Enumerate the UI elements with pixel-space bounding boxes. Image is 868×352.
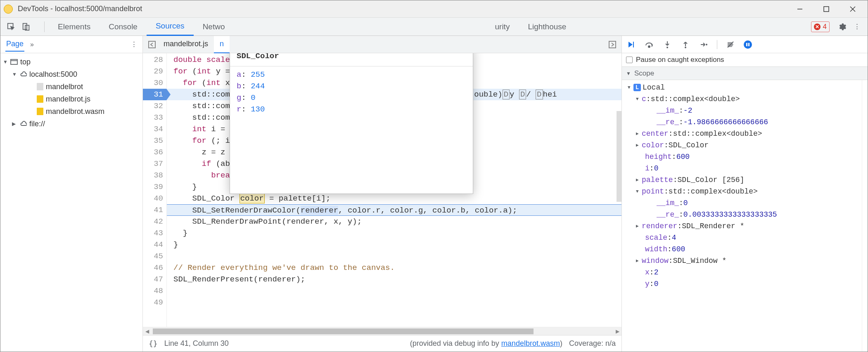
var-value: 2 (654, 267, 659, 278)
value-tooltip: SDL_Color a: 255 b: 244 g: 0 r: 130 (230, 53, 473, 194)
file-tab-active[interactable]: n (214, 36, 230, 53)
code-text: } (173, 240, 178, 249)
code-text: y (510, 90, 519, 99)
inspect-element-icon[interactable] (5, 21, 17, 33)
tree-file-mandelbrot-wasm[interactable]: mandelbrot.wasm (0, 105, 142, 118)
hover-variable[interactable]: color (240, 194, 265, 203)
scope-var-i[interactable]: i: 0 (625, 163, 868, 174)
code-text: = palette[i]; (265, 194, 331, 203)
debug-info-link[interactable]: mandelbrot.wasm (501, 339, 560, 347)
step-icon[interactable] (699, 40, 709, 50)
tab-lighthouse[interactable]: Lighthouse (519, 18, 575, 36)
settings-gear-icon[interactable] (836, 21, 848, 33)
divider (717, 40, 717, 49)
info-prefix: (provided via debug info by (410, 339, 501, 347)
title-bar: DevTools - localhost:5000/mandelbrot (0, 0, 868, 18)
editor-panel: mandelbrot.js n 282930313233343536373839… (143, 36, 622, 352)
scope-var-center[interactable]: ▶center: std::complex<double> (625, 128, 868, 139)
tree-file-scheme[interactable]: ▶file:// (0, 118, 142, 130)
scope-vertical-scrollbar[interactable] (862, 80, 868, 352)
code-text: ) (498, 90, 502, 99)
scope-var-scale[interactable]: scale: 4 (625, 232, 868, 243)
nav-collapse-icon[interactable] (146, 41, 158, 48)
tab-sources[interactable]: Sources (147, 18, 194, 36)
scope-var-palette[interactable]: ▶palette: SDL_Color [256] (625, 174, 868, 186)
minimize-button[interactable] (792, 3, 808, 15)
scope-var-renderer[interactable]: ▶renderer: SDL_Renderer * (625, 220, 868, 232)
tree-top[interactable]: ▼top (0, 56, 142, 68)
step-into-icon[interactable] (662, 40, 672, 50)
scope-label: Scope (634, 69, 654, 78)
resume-icon[interactable] (626, 40, 636, 50)
tree-file-mandelbrot-js[interactable]: mandelbrot.js (0, 93, 142, 105)
var-value: 0 (654, 278, 659, 290)
scope-var-point[interactable]: ▼point: std::complex<double> (625, 186, 868, 197)
code-text: SDL_RenderPresent(renderer); (173, 275, 305, 284)
close-button[interactable] (844, 3, 861, 15)
tree-file-mandelbrot[interactable]: mandelbrot (0, 80, 142, 93)
var-value: std::complex<double> (669, 186, 758, 197)
pause-on-exceptions-icon[interactable] (744, 40, 752, 49)
tooltip-title: SDL_Color (230, 53, 473, 66)
pause-caught-checkbox[interactable] (626, 57, 633, 63)
document-icon (37, 83, 43, 90)
editor-horizontal-scrollbar[interactable]: ◀ ▶ (143, 327, 621, 335)
tab-security[interactable]: urity (486, 18, 519, 36)
editor-vertical-scrollbar[interactable] (617, 111, 621, 202)
device-toolbar-icon[interactable] (20, 21, 32, 33)
tree-host[interactable]: ▼localhost:5000 (0, 68, 142, 80)
code-text: } (192, 182, 197, 191)
deactivate-breakpoints-icon[interactable] (726, 40, 735, 50)
code-text: SDL_SetRenderDrawColor( (192, 206, 301, 215)
braces-icon[interactable]: {} (149, 339, 158, 348)
debugger-toolbar (622, 36, 868, 53)
panel-tab-bar: Elements Console Sources Netwo urity Lig… (0, 18, 868, 36)
code-selection: renderer (301, 206, 338, 215)
code-text: ( (187, 67, 197, 76)
scope-var-x[interactable]: x: 2 (625, 267, 868, 278)
more-menu-icon[interactable]: ⋮ (851, 21, 863, 33)
scope-var-point-re[interactable]: __re_: 0.0033333333333333335 (625, 209, 868, 220)
tab-console[interactable]: Console (100, 18, 147, 36)
file-tab-mandelbrot-js[interactable]: mandelbrot.js (158, 36, 214, 53)
code-text: std::comp (192, 113, 235, 122)
code-text: if (202, 159, 211, 168)
tab-network[interactable]: Netwo (194, 18, 234, 36)
navigator-more-tabs-icon[interactable]: » (30, 41, 34, 48)
tab-elements[interactable]: Elements (49, 18, 100, 36)
scope-var-window[interactable]: ▶window: SDL_Window * (625, 255, 868, 267)
pause-exceptions-row[interactable]: Pause on caught exceptions (622, 53, 868, 67)
cursor-position: Line 41, Column 30 (164, 339, 229, 348)
code-editor[interactable]: 2829303132333435363738394041424344454647… (143, 53, 621, 327)
var-value: 600 (676, 151, 690, 163)
scope-var-y[interactable]: y: 0 (625, 278, 868, 290)
navigator-sidebar: Page » ⋮ ▼top ▼localhost:5000 mandelbrot… (0, 36, 143, 352)
scope-var-height[interactable]: height: 600 (625, 151, 868, 163)
error-badge[interactable]: ✕4 (811, 21, 830, 32)
code-text: int (206, 78, 221, 87)
navigator-menu-icon[interactable]: ⋮ (130, 40, 138, 49)
code-text: hei (543, 90, 557, 99)
line-gutter[interactable]: 2829303132333435363738394041424344454647… (143, 53, 167, 327)
navigator-tab-page[interactable]: Page (5, 37, 24, 52)
nav-expand-icon[interactable] (607, 41, 618, 48)
scope-var-point-im[interactable]: __im_: 0 (625, 197, 868, 209)
code-text: y = (211, 67, 230, 76)
step-out-icon[interactable] (681, 40, 690, 50)
code-text: ( (197, 78, 206, 87)
code-text: SDL_Color (192, 194, 240, 203)
maximize-button[interactable] (818, 3, 835, 15)
scrollbar-thumb[interactable] (153, 328, 534, 334)
editor-status-bar: {} Line 41, Column 30 (provided via debu… (143, 335, 621, 352)
scope-var-color[interactable]: ▶color: SDL_Color (625, 139, 868, 151)
scope-local[interactable]: ▼LLocal (625, 82, 868, 93)
scope-section-header[interactable]: ▼Scope (622, 67, 868, 80)
var-value: 0 (654, 163, 659, 174)
scope-var-width[interactable]: width: 600 (625, 243, 868, 255)
var-value: -2 (683, 105, 693, 116)
scope-var-c-re[interactable]: __re_: -1.9866666666666666 (625, 116, 868, 128)
scope-var-c-im[interactable]: __im_: -2 (625, 105, 868, 116)
step-over-icon[interactable] (644, 40, 654, 50)
var-value: SDL_Window * (673, 255, 727, 267)
scope-var-c[interactable]: ▼c: std::complex<double> (625, 93, 868, 105)
